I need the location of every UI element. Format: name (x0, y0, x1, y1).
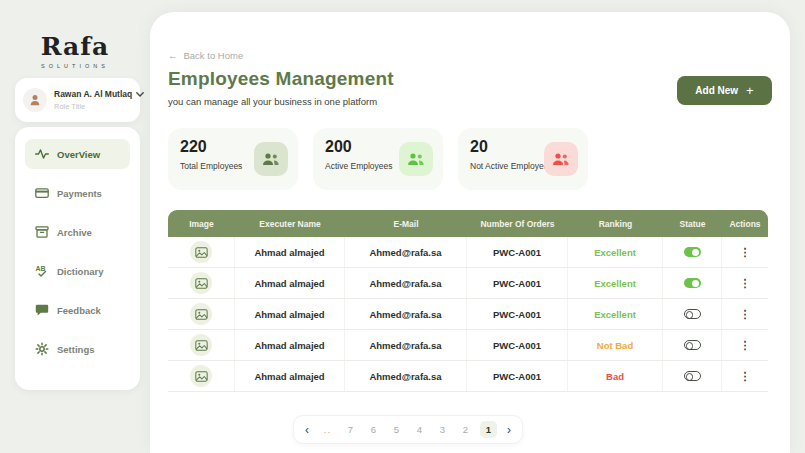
chevron-down-icon[interactable] (136, 92, 144, 97)
employee-image-cell (168, 330, 235, 360)
sidebar-item-label: Dictionary (57, 266, 103, 277)
employee-image-cell (168, 237, 235, 267)
ranking-badge: Excellent (594, 247, 636, 258)
page-title: Employees Management (168, 68, 394, 90)
chevron-right-icon[interactable]: › (503, 423, 515, 437)
sidebar-item-label: OverView (57, 149, 100, 160)
chat-bubble-icon (35, 303, 49, 317)
user-name: Rawan A. Al Mutlaq (54, 89, 132, 99)
employees-group-icon (544, 142, 578, 176)
employees-group-icon (399, 142, 433, 176)
status-toggle[interactable] (684, 340, 701, 350)
page-subtitle: you can manage all your business in one … (168, 96, 377, 107)
plus-icon: + (746, 83, 754, 98)
brand-logo: Rafa SOLUTIONS (0, 34, 150, 69)
sidebar-item-label: Feedback (57, 305, 101, 316)
kebab-menu-icon[interactable]: ⋮ (740, 247, 751, 258)
status-toggle[interactable] (684, 278, 701, 288)
page-number[interactable]: 6 (365, 421, 382, 438)
kebab-menu-icon[interactable]: ⋮ (740, 340, 751, 351)
sidebar-item-label: Payments (57, 188, 102, 199)
sidebar-nav: OverView Payments Archive AB Dictionary … (15, 127, 140, 390)
page-list: .. 7 6 5 4 3 2 1 (319, 421, 497, 438)
stats-row: 220 Total Employees 200 Active Employees… (168, 128, 588, 190)
user-role: Role Title (54, 102, 132, 111)
arrow-left-icon: ← (168, 50, 178, 61)
status-toggle[interactable] (684, 247, 701, 257)
add-new-label: Add New (695, 85, 738, 96)
gear-icon (35, 342, 49, 356)
employee-name-cell: Ahmad almajed (235, 330, 345, 360)
photo-placeholder-icon[interactable] (190, 334, 212, 356)
column-header-name: Executer Name (235, 210, 345, 237)
page-number[interactable]: 1 (480, 421, 497, 438)
employee-name-cell: Ahmad almajed (235, 268, 345, 298)
order-number-cell: PWC-A001 (467, 330, 568, 360)
back-to-home-link[interactable]: ← Back to Home (168, 50, 243, 61)
archive-icon (35, 225, 49, 239)
brand-name: Rafa (0, 34, 150, 59)
table-row: Ahmad almajed Ahmed@rafa.sa PWC-A001 Exc… (168, 237, 768, 268)
column-header-orders: Number Of Orders (467, 210, 568, 237)
column-header-image: Image (168, 210, 235, 237)
column-header-ranking: Ranking (568, 210, 663, 237)
page-number[interactable]: 5 (388, 421, 405, 438)
page-number[interactable]: 3 (434, 421, 451, 438)
sidebar-item-payments[interactable]: Payments (25, 178, 130, 208)
spellcheck-icon: AB (35, 264, 49, 278)
order-number-cell: PWC-A001 (467, 268, 568, 298)
page-number[interactable]: 2 (457, 421, 474, 438)
activity-icon (35, 147, 49, 161)
status-toggle[interactable] (684, 371, 701, 381)
employee-email-cell: Ahmed@rafa.sa (345, 237, 467, 267)
kebab-menu-icon[interactable]: ⋮ (740, 309, 751, 320)
sidebar-item-label: Settings (57, 344, 94, 355)
employee-image-cell (168, 299, 235, 329)
stat-card-not-active-employees: 20 Not Active Employees (458, 128, 588, 190)
employee-email-cell: Ahmed@rafa.sa (345, 268, 467, 298)
table-row: Ahmad almajed Ahmed@rafa.sa PWC-A001 Not… (168, 330, 768, 361)
status-toggle[interactable] (684, 309, 701, 319)
employees-table: Image Executer Name E-Mail Number Of Ord… (168, 210, 768, 392)
stat-card-active-employees: 200 Active Employees (313, 128, 443, 190)
credit-card-icon (35, 186, 49, 200)
employee-name-cell: Ahmad almajed (235, 237, 345, 267)
user-profile-card[interactable]: Rawan A. Al Mutlaq Role Title (15, 78, 140, 122)
photo-placeholder-icon[interactable] (190, 241, 212, 263)
sidebar-item-dictionary[interactable]: AB Dictionary (25, 256, 130, 286)
employee-name-cell: Ahmad almajed (235, 361, 345, 391)
table-body: Ahmad almajed Ahmed@rafa.sa PWC-A001 Exc… (168, 237, 768, 392)
avatar (23, 88, 47, 112)
ranking-badge: Excellent (594, 278, 636, 289)
employee-email-cell: Ahmed@rafa.sa (345, 299, 467, 329)
photo-placeholder-icon[interactable] (190, 365, 212, 387)
add-new-button[interactable]: Add New + (677, 76, 772, 105)
page-number[interactable]: .. (319, 421, 336, 438)
back-label: Back to Home (184, 50, 244, 61)
column-header-email: E-Mail (345, 210, 467, 237)
sidebar-item-archive[interactable]: Archive (25, 217, 130, 247)
photo-placeholder-icon[interactable] (190, 303, 212, 325)
sidebar-item-overview[interactable]: OverView (25, 139, 130, 169)
table-row: Ahmad almajed Ahmed@rafa.sa PWC-A001 Bad… (168, 361, 768, 392)
svg-text:AB: AB (36, 265, 46, 272)
table-header-row: Image Executer Name E-Mail Number Of Ord… (168, 210, 768, 237)
page-number[interactable]: 7 (342, 421, 359, 438)
employee-name-cell: Ahmad almajed (235, 299, 345, 329)
chevron-left-icon[interactable]: ‹ (301, 423, 313, 437)
page-number[interactable]: 4 (411, 421, 428, 438)
ranking-badge: Bad (606, 371, 624, 382)
stat-card-total-employees: 220 Total Employees (168, 128, 298, 190)
sidebar-item-settings[interactable]: Settings (25, 334, 130, 364)
column-header-actions: Actions (722, 210, 768, 237)
kebab-menu-icon[interactable]: ⋮ (740, 278, 751, 289)
kebab-menu-icon[interactable]: ⋮ (740, 371, 751, 382)
user-avatar-icon (28, 93, 42, 107)
employee-email-cell: Ahmed@rafa.sa (345, 330, 467, 360)
brand-tagline: SOLUTIONS (0, 63, 150, 69)
sidebar-item-feedback[interactable]: Feedback (25, 295, 130, 325)
employees-group-icon (254, 142, 288, 176)
photo-placeholder-icon[interactable] (190, 272, 212, 294)
employee-email-cell: Ahmed@rafa.sa (345, 361, 467, 391)
column-header-status: Statue (663, 210, 722, 237)
